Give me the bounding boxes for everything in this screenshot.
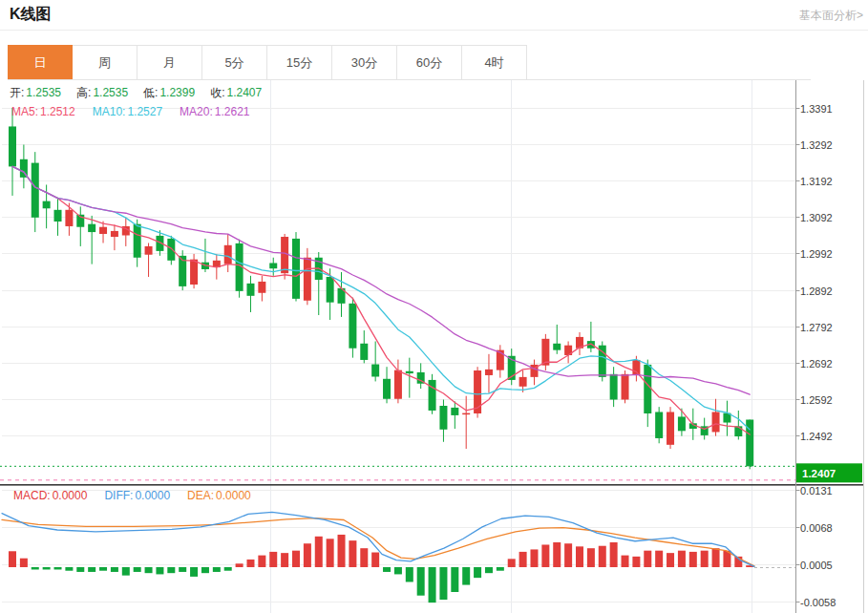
y-axis-layer: 1.33911.32921.31921.30921.29921.28921.27…: [796, 103, 836, 608]
svg-text:1.2692: 1.2692: [800, 358, 833, 370]
grid-layer: [2, 80, 795, 613]
svg-text:1.3192: 1.3192: [800, 176, 833, 187]
svg-text:1.2492: 1.2492: [800, 431, 833, 442]
svg-text:1.2992: 1.2992: [800, 248, 833, 260]
svg-text:0.0131: 0.0131: [800, 485, 833, 497]
ma-lines-layer: [12, 166, 750, 434]
current-price-box: 1.2407: [796, 463, 862, 482]
svg-text:1.3292: 1.3292: [800, 139, 833, 151]
svg-text:0.0068: 0.0068: [800, 522, 833, 534]
svg-text:1.3092: 1.3092: [800, 212, 833, 223]
reference-lines-layer: [0, 466, 795, 479]
svg-text:0.0005: 0.0005: [800, 560, 833, 571]
svg-text:1.2892: 1.2892: [800, 285, 833, 297]
svg-text:-0.0058: -0.0058: [800, 597, 836, 608]
kline-chart-canvas[interactable]: 1.33911.32921.31921.30921.29921.28921.27…: [0, 0, 868, 613]
svg-text:1.2592: 1.2592: [800, 394, 833, 406]
kline-widget: K线图 基本面分析> 日周月5分15分30分60分4时 1.33911.3292…: [0, 0, 868, 613]
svg-text:1.2792: 1.2792: [800, 322, 833, 333]
svg-text:1.2407: 1.2407: [802, 468, 836, 479]
svg-text:1.3391: 1.3391: [800, 103, 833, 115]
frame-layer: [0, 80, 864, 613]
macd-layer: [2, 512, 795, 602]
candles-layer: [9, 108, 753, 469]
